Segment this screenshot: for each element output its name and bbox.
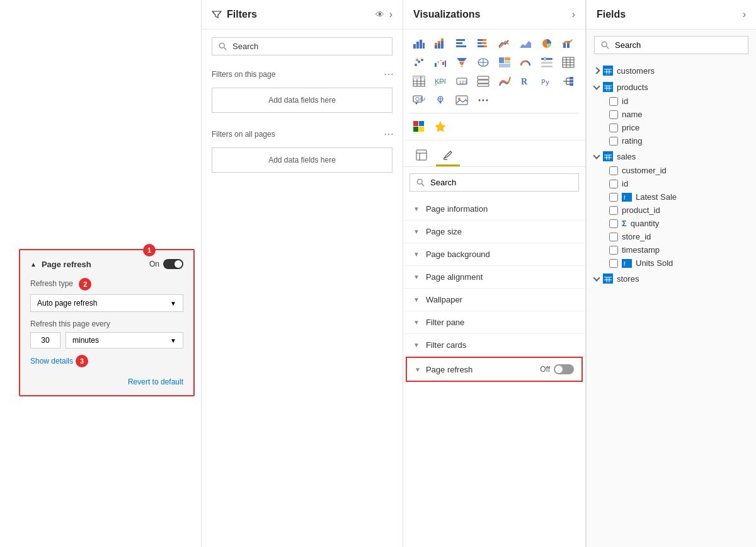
format-row-filter-pane[interactable]: ▼ Filter pane — [403, 311, 585, 334]
group-stores-header[interactable]: stores — [587, 271, 756, 286]
viz-icon-image[interactable] — [452, 91, 471, 109]
collapse-icon[interactable]: ▲ — [30, 261, 37, 268]
viz-icon-matrix[interactable] — [410, 72, 428, 90]
viz-title: Visualizations — [413, 9, 572, 20]
viz-search-input[interactable] — [430, 178, 572, 187]
viz-icon-appstore[interactable] — [410, 117, 428, 135]
field-sales-units-sold[interactable]: f Units Sold — [587, 256, 756, 270]
format-row-page-alignment[interactable]: ▼ Page alignment — [403, 266, 585, 289]
viz-icon-stacked-bar[interactable] — [431, 35, 450, 52]
add-data-fields-2[interactable]: Add data fields here — [212, 147, 392, 173]
group-customers-header[interactable]: customers — [587, 63, 756, 78]
refresh-type-select[interactable]: Auto page refresh ▼ — [30, 294, 183, 312]
field-sales-timestamp[interactable]: timestamp — [587, 243, 756, 256]
sales-table-icon — [603, 151, 613, 161]
field-products-rating[interactable]: rating — [587, 134, 756, 147]
toggle-on-switch[interactable] — [163, 259, 183, 269]
cb-sales-latest-sale[interactable] — [609, 193, 618, 202]
refresh-type-label: Refresh type 2 — [30, 278, 183, 291]
viz-tab-fields-icon[interactable] — [410, 146, 433, 166]
show-details-link[interactable]: Show details — [30, 357, 73, 366]
cb-products-price[interactable] — [609, 124, 618, 132]
fields-expand-icon[interactable]: › — [743, 9, 746, 20]
viz-icon-gauge[interactable] — [516, 54, 535, 71]
field-products-id[interactable]: id — [587, 95, 756, 108]
group-sales-header[interactable]: sales — [587, 149, 756, 164]
filters-all-menu[interactable]: ⋯ — [384, 128, 392, 140]
filters-page-menu[interactable]: ⋯ — [384, 68, 392, 80]
viz-icon-table[interactable] — [559, 54, 578, 71]
field-sales-id[interactable]: id — [587, 177, 756, 190]
field-sales-customer-id[interactable]: customer_id — [587, 164, 756, 177]
cb-products-name[interactable] — [609, 110, 618, 119]
viz-icon-map[interactable] — [474, 54, 493, 71]
filters-eye-icon[interactable]: 👁 — [375, 9, 384, 20]
viz-icon-ribbon[interactable] — [495, 72, 514, 90]
field-sales-product-id[interactable]: product_id — [587, 204, 756, 217]
viz-icon-combo[interactable] — [559, 35, 578, 52]
format-sections: ▼ Page information ▼ Page size ▼ Page ba… — [403, 198, 585, 547]
refresh-interval-row: minutes ▼ — [30, 332, 183, 348]
fields-panel: Fields › customers — [586, 0, 756, 547]
viz-icon-card[interactable]: 123 — [452, 72, 471, 90]
format-row-page-size[interactable]: ▼ Page size — [403, 221, 585, 243]
viz-icon-star[interactable] — [431, 117, 450, 135]
field-sales-store-id[interactable]: store_id — [587, 230, 756, 243]
svg-rect-7 — [435, 43, 437, 45]
viz-expand-icon[interactable]: › — [572, 9, 575, 20]
chevron-page-bg: ▼ — [413, 251, 420, 258]
add-data-fields-1[interactable]: Add data fields here — [212, 88, 392, 113]
cb-sales-product-id[interactable] — [609, 206, 618, 215]
field-products-price[interactable]: price — [587, 121, 756, 134]
cb-sales-store-id[interactable] — [609, 233, 618, 241]
format-row-filter-cards[interactable]: ▼ Filter cards — [403, 334, 585, 357]
viz-icon-kpi[interactable]: KPI — [431, 72, 450, 90]
viz-icon-more[interactable] — [474, 91, 493, 109]
viz-icon-scatter[interactable] — [410, 54, 428, 71]
cb-sales-timestamp[interactable] — [609, 246, 618, 255]
cb-sales-units-sold[interactable] — [609, 259, 618, 268]
cb-products-id[interactable] — [609, 97, 618, 106]
left-panel: 1 ▲ Page refresh On Refresh type 2 Auto … — [0, 0, 202, 547]
filters-expand-icon[interactable]: › — [389, 9, 392, 20]
viz-icon-multirow-card[interactable] — [474, 72, 493, 90]
viz-icon-stacked-hbar[interactable] — [474, 35, 493, 52]
viz-icon-area[interactable] — [516, 35, 535, 52]
field-products-name[interactable]: name — [587, 108, 756, 121]
cb-sales-id[interactable] — [609, 180, 618, 188]
viz-icon-line[interactable] — [495, 35, 514, 52]
cb-sales-customer-id[interactable] — [609, 166, 618, 175]
viz-icon-funnel[interactable] — [452, 54, 471, 71]
filters-search-input[interactable] — [232, 42, 386, 51]
field-sales-latest-sale[interactable]: f Latest Sale — [587, 190, 756, 204]
viz-icon-pie[interactable] — [537, 35, 556, 52]
viz-icon-qna[interactable]: Q&A — [410, 91, 428, 109]
svg-point-86 — [482, 100, 484, 101]
fields-tree: customers products id name pric — [587, 60, 756, 547]
page-refresh-toggle-off[interactable] — [554, 364, 574, 374]
interval-unit-select[interactable]: minutes ▼ — [66, 332, 183, 348]
viz-icon-python[interactable]: Py — [537, 72, 556, 90]
viz-icon-bar[interactable] — [410, 35, 428, 52]
format-row-wallpaper[interactable]: ▼ Wallpaper — [403, 289, 585, 311]
viz-icon-r-visual[interactable]: R — [516, 72, 535, 90]
viz-tab-format[interactable] — [436, 146, 460, 166]
field-sales-quantity[interactable]: Σ quantity — [587, 217, 756, 230]
page-refresh-toggle-row: Off — [540, 364, 574, 374]
revert-to-default-link[interactable]: Revert to default — [30, 377, 183, 386]
format-row-page-information[interactable]: ▼ Page information — [403, 198, 585, 221]
cb-sales-quantity[interactable] — [609, 219, 618, 228]
viz-icon-waterfall[interactable] — [431, 54, 450, 71]
format-row-page-refresh[interactable]: ▼ Page refresh Off — [406, 357, 583, 382]
cb-products-rating[interactable] — [609, 137, 618, 146]
viz-icon-decomp[interactable] — [559, 72, 578, 90]
group-products-header[interactable]: products — [587, 79, 756, 95]
viz-icon-hbar[interactable] — [452, 35, 471, 52]
toggle-on-group[interactable]: On — [149, 259, 183, 269]
fields-search-input[interactable] — [615, 40, 742, 50]
viz-icon-treemap[interactable] — [495, 54, 514, 71]
interval-input[interactable] — [30, 332, 60, 348]
viz-icon-filter-visual[interactable] — [537, 54, 556, 71]
format-row-page-background[interactable]: ▼ Page background — [403, 243, 585, 266]
viz-icon-map2[interactable] — [431, 91, 450, 109]
